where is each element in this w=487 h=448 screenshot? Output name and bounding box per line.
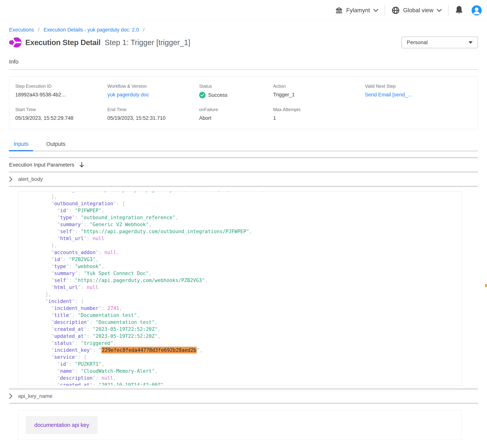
notifications-button[interactable]	[455, 6, 463, 15]
info-field-valid-next-step: Valid Next Step Send Email [send_…	[365, 84, 472, 98]
page-header: Execution Step Detail Step 1: Trigger [t…	[9, 37, 478, 48]
topbar-divider	[448, 5, 448, 16]
top-navigation-bar: Fylamynt Global view	[0, 0, 487, 21]
breadcrumb: Executions / Execution Details - yuk pag…	[9, 26, 478, 33]
page-title: Execution Step Detail	[25, 38, 100, 47]
param-section-alert-body[interactable]: alert_body	[9, 172, 478, 187]
param-section-label: api_key_name	[18, 393, 52, 399]
info-field-action: Action Trigger_1	[273, 84, 365, 98]
topbar-divider	[385, 5, 385, 16]
view-name: Global view	[403, 7, 433, 14]
select-caret-icon	[469, 41, 473, 44]
breadcrumb-execution-details-link[interactable]: Execution Details - yuk pagerduty doc: 2…	[44, 27, 139, 33]
scope-select-value: Personal	[407, 40, 469, 46]
chevron-down-icon	[437, 9, 442, 12]
json-code: "html_url": "https://fylamynt.pagerduty.…	[28, 191, 461, 385]
execution-input-parameters-header: Execution Input Parameters	[9, 158, 478, 172]
chevron-down-icon	[373, 9, 378, 12]
info-section-heading: Info	[9, 58, 478, 65]
tab-inputs[interactable]: Inputs	[9, 139, 33, 151]
bell-icon	[455, 6, 463, 15]
page: { "topbar": { "org": { "label": "Fylamyn…	[0, 0, 487, 448]
info-field-step-execution-id: Step Execution ID 18992a43-9538-4b2…	[15, 84, 107, 98]
param-section-api-key-name[interactable]: api_key_name	[9, 389, 478, 404]
tab-outputs[interactable]: Outputs	[42, 139, 70, 151]
info-field-workflow-version: Workflow & Version yuk pagerduty doc	[107, 84, 199, 98]
api-key-name-value-box: documentation api key	[18, 410, 462, 440]
param-section-label: alert_body	[18, 176, 43, 182]
fylamynt-logo-icon	[9, 37, 22, 48]
api-key-name-chip: documentation api key	[26, 416, 98, 434]
page-subtitle: Step 1: Trigger [trigger_1]	[105, 38, 190, 47]
info-field-max-attempts: Max Attempts 1	[273, 107, 365, 121]
info-card: Step Execution ID 18992a43-9538-4b2… Wor…	[9, 76, 478, 129]
info-heading-divider	[9, 69, 478, 70]
view-switcher[interactable]: Global view	[391, 6, 442, 15]
execution-input-parameters-label: Execution Input Parameters	[9, 162, 74, 168]
org-name: Fylamynt	[346, 7, 370, 14]
tab-bar: Inputs Outputs	[9, 139, 478, 151]
info-field-start-time: Start Time 05/19/2023, 15:52:29.748	[15, 107, 107, 121]
chevron-right-icon	[9, 176, 12, 182]
success-check-icon	[199, 92, 206, 98]
org-switcher[interactable]: Fylamynt	[335, 7, 378, 14]
next-step-link[interactable]: Send Email [send_…	[365, 92, 413, 97]
breadcrumb-separator: /	[38, 27, 40, 33]
info-field-onfailure: onFailure Abort	[199, 107, 273, 121]
breadcrumb-separator: /	[143, 27, 145, 33]
info-field-end-time: End Time 05/19/2023, 15:52:31.710	[107, 107, 199, 121]
globe-icon	[391, 6, 400, 15]
avatar-icon	[471, 5, 482, 16]
search-match-scrollbar-marker	[485, 284, 487, 287]
breadcrumb-executions-link[interactable]: Executions	[9, 27, 34, 33]
scope-select[interactable]: Personal	[401, 37, 478, 48]
chevron-right-icon	[9, 393, 12, 399]
user-avatar[interactable]	[471, 5, 482, 16]
download-arrow-icon[interactable]	[79, 162, 84, 168]
json-payload-viewer[interactable]: "html_url": "https://fylamynt.pagerduty.…	[18, 191, 462, 385]
status-text: Success	[208, 92, 227, 98]
workflow-link[interactable]: yuk pagerduty doc	[107, 92, 149, 97]
info-field-status: Status Success	[199, 84, 273, 98]
organization-bank-icon	[335, 7, 343, 14]
